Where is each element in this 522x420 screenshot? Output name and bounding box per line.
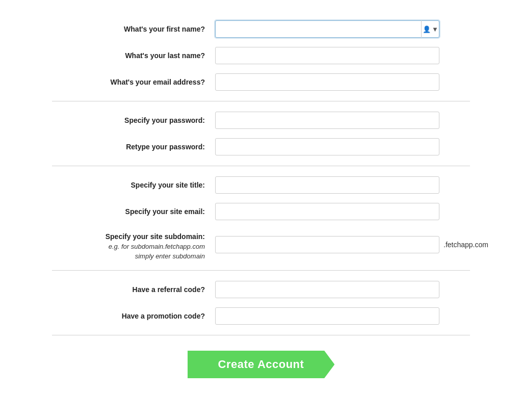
subdomain-label: Specify your site subdomain: xyxy=(106,232,205,241)
form-container: What's your first name? 👤 ▼ What's your … xyxy=(32,0,490,399)
password-row: Specify your password: xyxy=(52,112,470,129)
person-icon: 👤 xyxy=(423,25,431,33)
promotion-code-input[interactable] xyxy=(215,307,439,325)
promotion-code-row: Have a promotion code? xyxy=(52,307,470,325)
subdomain-label-block: Specify your site subdomain: e.g. for su… xyxy=(52,229,215,260)
email-label: What's your email address? xyxy=(52,78,215,86)
password-label: Specify your password: xyxy=(52,116,215,124)
first-name-wrapper: 👤 ▼ xyxy=(215,20,439,38)
subdomain-hint-line1: e.g. for subdomain.fetchapp.com xyxy=(52,243,205,250)
email-row: What's your email address? xyxy=(52,73,470,91)
email-input[interactable] xyxy=(215,73,439,91)
last-name-input[interactable] xyxy=(215,47,439,64)
create-account-button[interactable]: Create Account xyxy=(188,351,335,378)
password-input[interactable] xyxy=(215,112,439,129)
password-confirm-row: Retype your password: xyxy=(52,138,470,155)
subdomain-row: Specify your site subdomain: e.g. for su… xyxy=(52,229,470,260)
site-title-row: Specify your site title: xyxy=(52,176,470,194)
button-row: Create Account xyxy=(52,335,470,388)
site-title-label: Specify your site title: xyxy=(52,181,215,189)
last-name-label: What's your last name? xyxy=(52,51,215,60)
subdomain-hint-line2: simply enter subdomain xyxy=(52,252,205,260)
first-name-label: What's your first name? xyxy=(52,25,215,33)
referral-code-row: Have a referral code? xyxy=(52,281,470,298)
subdomain-input[interactable] xyxy=(215,236,439,253)
subdomain-input-wrapper: .fetchapp.com xyxy=(215,236,488,253)
site-title-input[interactable] xyxy=(215,176,439,194)
last-name-row: What's your last name? xyxy=(52,47,470,64)
person-icon-button[interactable]: 👤 ▼ xyxy=(421,20,439,38)
password-confirm-label: Retype your password: xyxy=(52,143,215,151)
password-section: Specify your password: Retype your passw… xyxy=(52,101,470,166)
site-email-input[interactable] xyxy=(215,203,439,220)
promotion-code-label: Have a promotion code? xyxy=(52,312,215,320)
subdomain-suffix: .fetchapp.com xyxy=(443,241,488,249)
password-confirm-input[interactable] xyxy=(215,138,439,155)
referral-code-label: Have a referral code? xyxy=(52,285,215,294)
site-email-label: Specify your site email: xyxy=(52,207,215,216)
site-email-row: Specify your site email: xyxy=(52,203,470,220)
codes-section: Have a referral code? Have a promotion c… xyxy=(52,271,470,335)
first-name-row: What's your first name? 👤 ▼ xyxy=(52,20,470,38)
personal-section: What's your first name? 👤 ▼ What's your … xyxy=(52,10,470,101)
referral-code-input[interactable] xyxy=(215,281,439,298)
site-section: Specify your site title: Specify your si… xyxy=(52,166,470,271)
chevron-down-icon: ▼ xyxy=(432,25,438,33)
first-name-input[interactable] xyxy=(215,20,439,38)
